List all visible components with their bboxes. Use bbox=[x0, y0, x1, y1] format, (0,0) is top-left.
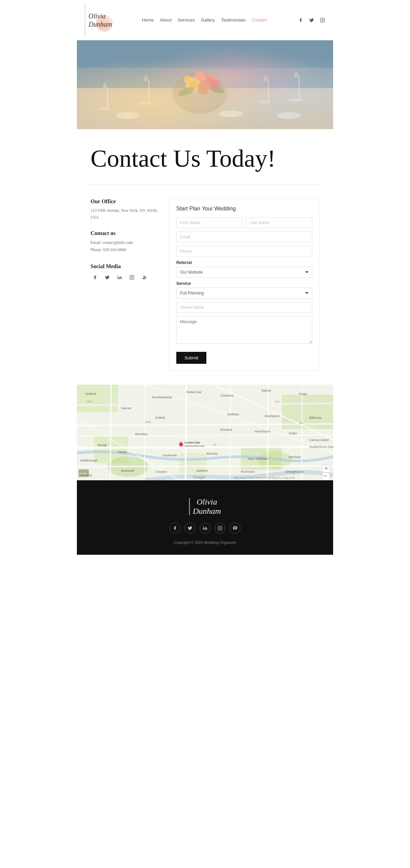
header-facebook-icon[interactable] bbox=[297, 16, 304, 24]
submit-button[interactable]: Submit bbox=[176, 352, 206, 364]
nav-services[interactable]: Services bbox=[178, 17, 195, 23]
svg-rect-33 bbox=[77, 385, 118, 412]
header-twitter-icon[interactable] bbox=[308, 16, 315, 24]
last-name-input[interactable] bbox=[246, 217, 312, 228]
footer-linkedin-icon[interactable] bbox=[200, 523, 210, 534]
phone-group bbox=[176, 246, 312, 257]
venue-name-input[interactable] bbox=[176, 302, 312, 313]
svg-point-6 bbox=[98, 107, 110, 110]
svg-line-49 bbox=[230, 385, 231, 480]
svg-text:Croydon: Croydon bbox=[155, 470, 167, 473]
svg-text:Bromley: Bromley bbox=[207, 452, 218, 455]
social-linkedin-icon[interactable] bbox=[115, 273, 124, 282]
svg-line-46 bbox=[110, 385, 111, 480]
svg-text:West Wickham: West Wickham bbox=[248, 457, 268, 460]
svg-point-28 bbox=[277, 112, 301, 119]
svg-text:Romford: Romford bbox=[220, 428, 232, 431]
svg-point-12 bbox=[288, 98, 303, 102]
nav-gallery[interactable]: Gallery bbox=[201, 17, 215, 23]
svg-text:Rainham: Rainham bbox=[289, 455, 301, 459]
message-group bbox=[176, 316, 312, 345]
svg-point-17 bbox=[190, 81, 196, 88]
svg-point-19 bbox=[205, 77, 215, 86]
service-select[interactable]: Full Planning Partial Planning Day-of Co… bbox=[176, 288, 312, 299]
nav-contact[interactable]: Contact bbox=[252, 17, 267, 23]
svg-text:M11: M11 bbox=[275, 400, 280, 403]
contact-info-section: Contact us Email: contact@info.com Phone… bbox=[91, 230, 159, 254]
referral-select[interactable]: Our Website Google Social Media Friend bbox=[176, 267, 312, 278]
header-instagram-icon[interactable] bbox=[319, 16, 326, 24]
nav-home[interactable]: Home bbox=[142, 17, 154, 23]
logo-text: Olivia Dunham bbox=[88, 12, 112, 28]
logo-tagline: WEDDING PLANNER bbox=[84, 3, 86, 37]
social-twitter-icon[interactable] bbox=[103, 273, 112, 282]
footer-twitter-icon[interactable] bbox=[184, 523, 195, 534]
first-name-input[interactable] bbox=[176, 217, 243, 228]
contact-title: Contact Us Today! bbox=[91, 146, 319, 171]
footer-instagram-icon[interactable] bbox=[215, 523, 226, 534]
svg-point-20 bbox=[197, 82, 209, 94]
message-textarea[interactable] bbox=[176, 316, 312, 344]
svg-text:A406: A406 bbox=[145, 421, 151, 423]
nav-about[interactable]: About bbox=[160, 17, 172, 23]
svg-text:Google: Google bbox=[193, 475, 205, 479]
social-googleplus-icon[interactable] bbox=[140, 273, 149, 282]
email-label: Email: bbox=[91, 240, 101, 245]
email-input[interactable] bbox=[176, 232, 312, 243]
svg-text:Hornchurch: Hornchurch bbox=[255, 430, 271, 433]
venue-group bbox=[176, 302, 312, 313]
office-address: 123 Fifth Avenue, New York, NY 10160, US… bbox=[91, 207, 159, 220]
site-footer: Olivia Dunham Copyright © 2020 Wedding O… bbox=[77, 480, 333, 555]
svg-point-15 bbox=[186, 77, 201, 92]
svg-point-102 bbox=[203, 526, 204, 527]
svg-text:Terrain: Terrain bbox=[79, 472, 87, 475]
svg-text:Sittingbourne: Sittingbourne bbox=[285, 470, 303, 473]
footer-copyright: Copyright © 2020 Wedding Organizer bbox=[174, 540, 236, 545]
contact-left-panel: Our Office 123 Fifth Avenue, New York, N… bbox=[91, 198, 159, 371]
svg-text:Brentwood: Brentwood bbox=[265, 414, 279, 418]
form-title: Start Plan Your Wedding bbox=[176, 206, 312, 212]
svg-rect-4 bbox=[77, 40, 333, 88]
hero-image bbox=[77, 40, 333, 129]
svg-line-51 bbox=[302, 385, 302, 480]
main-nav: Home About Services Gallery Testimonials… bbox=[142, 17, 267, 23]
social-instagram-icon[interactable] bbox=[127, 273, 136, 282]
svg-text:Map data ©2020  Terms of Use  : Map data ©2020 Terms of Use Report a map… bbox=[234, 476, 295, 479]
phone-input[interactable] bbox=[176, 246, 312, 257]
phone-label: Phone: bbox=[91, 247, 102, 252]
svg-rect-2 bbox=[77, 40, 333, 129]
social-media-section: Social Media bbox=[91, 263, 159, 282]
name-row bbox=[176, 217, 312, 228]
svg-text:A12: A12 bbox=[299, 422, 303, 424]
hero-svg bbox=[77, 40, 333, 129]
svg-point-22 bbox=[209, 85, 225, 95]
svg-point-21 bbox=[177, 86, 195, 98]
svg-text:−: − bbox=[324, 472, 327, 479]
map-svg: M25 A406 A2 M11 A12 Watford Harrow Sloug… bbox=[77, 385, 333, 480]
footer-facebook-icon[interactable] bbox=[169, 523, 180, 534]
svg-point-24 bbox=[184, 75, 192, 84]
footer-pinterest-icon[interactable] bbox=[230, 523, 241, 534]
office-title: Our Office bbox=[91, 198, 159, 205]
svg-text:Borehamwood: Borehamwood bbox=[152, 396, 172, 399]
svg-text:Bracknell: Bracknell bbox=[121, 469, 134, 472]
email-value: contact@info.com bbox=[102, 240, 133, 245]
svg-text:Potters Bar: Potters Bar bbox=[186, 390, 202, 394]
svg-rect-5 bbox=[77, 40, 333, 68]
svg-text:Wembley: Wembley bbox=[135, 432, 148, 436]
social-facebook-icon[interactable] bbox=[91, 273, 99, 282]
svg-rect-0 bbox=[320, 18, 325, 22]
svg-text:Southwark: Southwark bbox=[162, 454, 177, 457]
contact-content: Our Office 123 Fifth Avenue, New York, N… bbox=[77, 185, 333, 385]
svg-text:+: + bbox=[325, 465, 328, 471]
svg-line-45 bbox=[77, 466, 333, 467]
referral-group: Referral Our Website Google Social Media… bbox=[176, 260, 312, 278]
svg-text:Grays: Grays bbox=[289, 431, 297, 435]
svg-text:Cheshunt: Cheshunt bbox=[220, 394, 234, 397]
contact-title-section: Olivia Contact Us Today! bbox=[77, 129, 333, 184]
social-links bbox=[91, 273, 159, 282]
nav-testimonials[interactable]: Testimonials bbox=[221, 17, 246, 23]
svg-text:Canvey Island: Canvey Island bbox=[309, 438, 329, 442]
map-section[interactable]: M25 A406 A2 M11 A12 Watford Harrow Sloug… bbox=[77, 385, 333, 480]
footer-logo-line bbox=[189, 498, 190, 515]
